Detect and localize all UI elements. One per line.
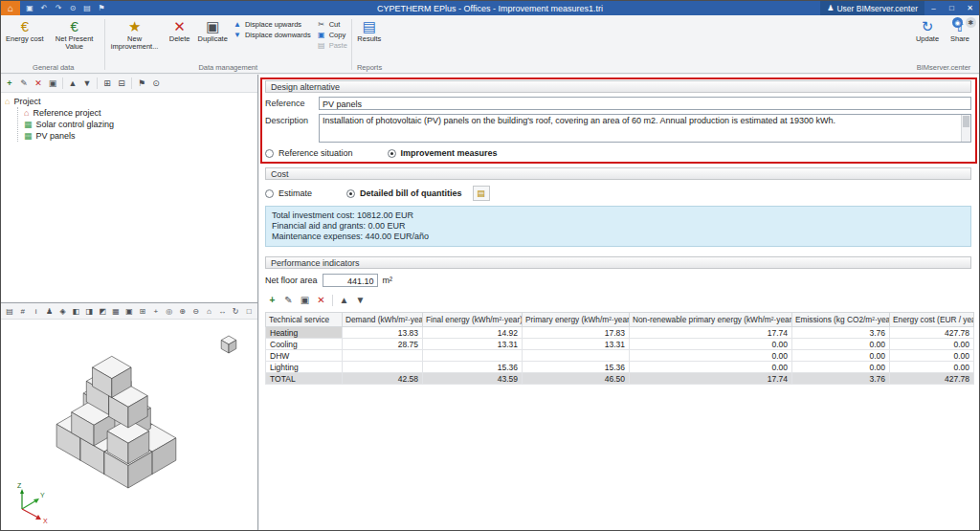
table-row-lighting[interactable]: Lighting 15.36 15.36 0.00 0.00 0.00 bbox=[266, 362, 974, 373]
bimserver-web-icon[interactable]: ◉ bbox=[952, 17, 963, 28]
add-icon[interactable]: + bbox=[265, 293, 279, 307]
cell[interactable]: 13.83 bbox=[343, 327, 423, 339]
move-up-icon[interactable]: ▲ bbox=[337, 293, 351, 307]
cell[interactable] bbox=[523, 350, 630, 362]
close-button[interactable]: ✕ bbox=[961, 1, 979, 15]
wireframe-icon[interactable]: ▦ bbox=[109, 305, 122, 318]
energy-cost-button[interactable]: € Energy cost bbox=[4, 16, 46, 44]
orbit-icon[interactable]: ↻ bbox=[229, 305, 242, 318]
cell[interactable] bbox=[343, 362, 423, 373]
estimate-radio[interactable] bbox=[265, 189, 274, 198]
3d-viewport[interactable]: Z Y X bbox=[1, 320, 257, 531]
duplicate-button[interactable]: ▣ Duplicate bbox=[196, 16, 230, 44]
cell[interactable]: 427.78 bbox=[890, 327, 974, 339]
description-scrollbar[interactable] bbox=[961, 115, 970, 142]
zoom-icon[interactable]: ⊙ bbox=[66, 2, 79, 14]
move-down-icon[interactable]: ▼ bbox=[353, 293, 368, 307]
camera-icon[interactable]: ◎ bbox=[163, 305, 176, 318]
cell[interactable]: 28.75 bbox=[343, 339, 423, 350]
update-button[interactable]: ↻ Update bbox=[911, 16, 944, 44]
cell[interactable]: 0.00 bbox=[890, 339, 974, 350]
tree-item-reference-project[interactable]: ⌂ Reference project bbox=[24, 107, 254, 119]
zoom-out-icon[interactable]: ⊖ bbox=[189, 305, 203, 318]
cell[interactable]: 14.92 bbox=[423, 327, 523, 339]
move-down-icon[interactable]: ▼ bbox=[80, 77, 94, 90]
table-row-total[interactable]: TOTAL 42.58 43.59 46.50 17.74 3.76 427.7… bbox=[266, 373, 974, 385]
cell[interactable]: 0.00 bbox=[792, 362, 890, 373]
figure-icon[interactable]: ♟ bbox=[43, 305, 56, 318]
delete-icon[interactable]: ✕ bbox=[32, 77, 45, 90]
cell[interactable] bbox=[343, 350, 423, 362]
cell[interactable]: Lighting bbox=[266, 362, 343, 373]
add-icon[interactable]: + bbox=[3, 77, 16, 90]
cell[interactable]: 15.36 bbox=[423, 362, 523, 373]
axes-icon[interactable]: + bbox=[149, 305, 163, 318]
view-side-icon[interactable]: ◨ bbox=[82, 305, 96, 318]
view-front-icon[interactable]: ◧ bbox=[69, 305, 82, 318]
paste-button[interactable]: ▤ Paste bbox=[317, 41, 347, 50]
display-options-icon[interactable]: ▤ bbox=[3, 305, 16, 318]
cell[interactable]: 3.76 bbox=[792, 373, 890, 385]
cell[interactable]: 0.00 bbox=[792, 339, 890, 350]
bimserver-user-button[interactable]: ♟ User BIMserver.center bbox=[820, 1, 924, 15]
cell[interactable]: 13.31 bbox=[523, 339, 630, 350]
cell[interactable]: 0.00 bbox=[890, 350, 974, 362]
description-input[interactable]: Installation of photovoltaic (PV) panels… bbox=[319, 114, 971, 143]
detailed-boq-radio[interactable] bbox=[346, 189, 355, 198]
cell[interactable]: 15.36 bbox=[523, 362, 630, 373]
delete-button[interactable]: ✕ Delete bbox=[164, 16, 196, 44]
search-icon[interactable]: ⊙ bbox=[149, 77, 163, 90]
info-icon[interactable]: i bbox=[30, 305, 43, 318]
minimize-button[interactable]: – bbox=[924, 1, 943, 15]
pan-icon[interactable]: ↔ bbox=[215, 305, 229, 318]
cell[interactable]: 43.59 bbox=[423, 373, 523, 385]
tree-item-pv-panels[interactable]: ▦ PV panels bbox=[24, 130, 254, 142]
frame-icon[interactable]: □ bbox=[242, 305, 256, 318]
cell[interactable]: Heating bbox=[266, 327, 343, 339]
cell[interactable]: 0.00 bbox=[630, 350, 792, 362]
improvement-measures-radio[interactable] bbox=[388, 149, 396, 158]
save-icon[interactable]: ▣ bbox=[23, 2, 36, 14]
cell[interactable]: TOTAL bbox=[266, 373, 343, 385]
cell[interactable]: 0.00 bbox=[890, 362, 974, 373]
cell[interactable]: 13.31 bbox=[423, 339, 523, 350]
edit-icon[interactable]: ✎ bbox=[281, 293, 296, 307]
table-row-cooling[interactable]: Cooling 28.75 13.31 13.31 0.00 0.00 0.00 bbox=[266, 339, 974, 350]
move-up-icon[interactable]: ▲ bbox=[66, 77, 79, 90]
displace-downwards-button[interactable]: ▼ Displace downwards bbox=[233, 31, 311, 39]
configuration-icon[interactable]: ✱ bbox=[966, 17, 976, 28]
tree-item-solar-control-glazing[interactable]: ▦ Solar control glazing bbox=[24, 119, 254, 130]
cell[interactable]: 0.00 bbox=[792, 350, 890, 362]
cell[interactable]: 0.00 bbox=[630, 362, 792, 373]
displace-upwards-button[interactable]: ▲ Displace upwards bbox=[233, 20, 311, 29]
cell[interactable]: 17.74 bbox=[630, 373, 792, 385]
app-menu-button[interactable]: ⌂ bbox=[1, 1, 20, 15]
table-row-heating[interactable]: Heating 13.83 14.92 17.83 17.74 3.76 427… bbox=[266, 327, 974, 339]
cut-button[interactable]: ✂ Cut bbox=[317, 20, 347, 29]
undo-icon[interactable]: ↶ bbox=[37, 2, 51, 14]
maximize-button[interactable]: □ bbox=[943, 1, 961, 15]
grid-icon[interactable]: ⊞ bbox=[136, 305, 149, 318]
table-row-dhw[interactable]: DHW 0.00 0.00 0.00 bbox=[266, 350, 974, 362]
import-icon[interactable]: ⊞ bbox=[100, 77, 114, 90]
bill-of-quantities-button[interactable]: ▤ bbox=[473, 186, 490, 201]
zoom-fit-icon[interactable]: ⌂ bbox=[202, 305, 215, 318]
results-button[interactable]: ▤ Results bbox=[353, 16, 386, 44]
cell[interactable]: 3.76 bbox=[792, 327, 890, 339]
cell[interactable]: 46.50 bbox=[523, 373, 630, 385]
cell[interactable]: 17.74 bbox=[630, 327, 792, 339]
zoom-in-icon[interactable]: ⊕ bbox=[176, 305, 189, 318]
cell[interactable]: DHW bbox=[266, 350, 343, 362]
edit-icon[interactable]: ✎ bbox=[17, 77, 31, 90]
net-floor-area-input[interactable]: 441.10 bbox=[323, 274, 378, 287]
cell[interactable]: 17.83 bbox=[523, 327, 630, 339]
options-icon[interactable]: ⚑ bbox=[95, 2, 108, 14]
new-improvement-button[interactable]: ★ New improvement... bbox=[106, 16, 164, 52]
duplicate-icon[interactable]: ▣ bbox=[298, 293, 312, 307]
reference-situation-radio[interactable] bbox=[265, 149, 274, 158]
pin-icon[interactable]: ⚑ bbox=[135, 77, 148, 90]
view-top-icon[interactable]: ◩ bbox=[96, 305, 109, 318]
duplicate-icon[interactable]: ▣ bbox=[46, 77, 59, 90]
cell[interactable]: Cooling bbox=[266, 339, 343, 350]
measure-icon[interactable]: # bbox=[16, 305, 30, 318]
